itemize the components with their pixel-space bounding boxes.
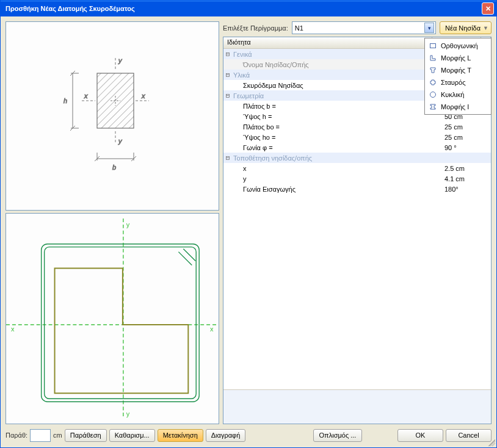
prop-y[interactable]: y4.1 cm <box>223 173 491 184</box>
prop-insert-angle[interactable]: Γωνία Εισαγωγής180° <box>223 184 491 194</box>
offset-input[interactable] <box>30 429 51 442</box>
right-column: Επιλέξτε Περίγραμμα: N1 ▾ Νέα Νησίδα ▼ Ο… <box>223 21 492 424</box>
delete-button[interactable]: Διαγραφή <box>206 429 246 442</box>
offset-unit: cm <box>53 432 62 439</box>
outline-select[interactable]: N1 ▾ <box>292 21 436 34</box>
dropdown-arrow-icon: ▼ <box>483 25 488 31</box>
section-preview-bottom: x x y y <box>5 213 219 424</box>
prop-width-bo[interactable]: Πλάτος bo =25 cm <box>223 121 491 132</box>
svg-text:y: y <box>126 410 130 417</box>
new-island-button[interactable]: Νέα Νησίδα ▼ <box>440 21 492 34</box>
close-icon[interactable]: ✕ <box>482 2 494 15</box>
prop-x[interactable]: x2.5 cm <box>223 163 491 173</box>
group-placement[interactable]: ⊟Τοποθέτηση νησίδας/οπής <box>223 153 491 163</box>
svg-rect-31 <box>45 247 197 399</box>
svg-text:y: y <box>118 57 123 64</box>
bottom-toolbar: Παράθ: cm Παράθεση Καθαρισμ... Μετακίνησ… <box>5 428 492 443</box>
menu-item-l-shape[interactable]: Μορφής L <box>426 52 490 64</box>
l-shape-icon <box>429 54 437 62</box>
svg-text:b: b <box>112 164 116 171</box>
collapse-icon[interactable]: ⊟ <box>223 154 232 162</box>
cross-icon <box>429 78 437 87</box>
svg-text:h: h <box>63 97 67 104</box>
menu-item-t-shape[interactable]: Μορφής T <box>426 64 490 76</box>
menu-item-i-shape[interactable]: Μορφής I <box>426 101 490 113</box>
outline-select-value: N1 <box>295 24 424 32</box>
content-area: y y x x h <box>1 16 496 447</box>
rect-icon <box>429 42 437 50</box>
svg-rect-34 <box>430 44 436 48</box>
circle-icon <box>429 90 437 99</box>
header-property: Ιδιότητα <box>223 37 432 48</box>
collapse-icon[interactable]: ⊟ <box>223 50 232 58</box>
i-shape-icon <box>429 103 437 111</box>
svg-text:x: x <box>210 325 214 333</box>
rebar-button[interactable]: Οπλισμός ... <box>313 429 362 442</box>
svg-point-35 <box>430 92 436 98</box>
svg-text:y: y <box>118 137 123 145</box>
prop-height-ho[interactable]: Ύψος ho =25 cm <box>223 132 491 142</box>
ok-button[interactable]: OK <box>397 429 443 442</box>
cancel-button[interactable]: Cancel <box>446 429 492 442</box>
svg-text:x: x <box>84 92 88 99</box>
svg-line-33 <box>183 249 195 261</box>
new-island-label: Νέα Νησίδα <box>445 24 481 32</box>
rectangle-shape-diagram: y y x x h <box>45 46 180 186</box>
section-plan-svg: x x y y <box>6 214 219 424</box>
shape-preview-top: y y x x h <box>5 21 219 211</box>
titlebar: Προσθήκη Νέας Διατομής Σκυροδέματος ✕ <box>1 1 496 16</box>
menu-item-circular[interactable]: Κυκλική <box>426 89 490 101</box>
collapse-icon[interactable]: ⊟ <box>223 71 232 79</box>
clear-button[interactable]: Καθαρισμ... <box>109 429 155 442</box>
svg-text:y: y <box>126 221 130 228</box>
svg-text:x: x <box>11 325 15 333</box>
left-column: y y x x h <box>5 21 219 424</box>
dialog-window: Προσθήκη Νέας Διατομής Σκυροδέματος ✕ <box>0 0 497 448</box>
chevron-down-icon: ▾ <box>424 23 434 33</box>
collapse-icon[interactable]: ⊟ <box>223 92 232 99</box>
svg-line-32 <box>178 252 192 266</box>
offset-label: Παράθ: <box>5 432 27 439</box>
move-button[interactable]: Μετακίνηση <box>158 429 203 442</box>
resize-grip-icon[interactable] <box>487 438 495 446</box>
window-title: Προσθήκη Νέας Διατομής Σκυροδέματος <box>5 5 482 12</box>
shape-dropdown-menu: Ορθογωνική Μορφής L Μορφής T Σταυρός <box>424 38 492 115</box>
outline-select-label: Επιλέξτε Περίγραμμα: <box>223 24 288 32</box>
prop-angle-phi[interactable]: Γωνία φ =90 ° <box>223 142 491 153</box>
property-description-area <box>223 389 491 424</box>
menu-item-cross[interactable]: Σταυρός <box>426 76 490 89</box>
svg-text:x: x <box>141 92 145 99</box>
tile-button[interactable]: Παράθεση <box>65 429 107 442</box>
menu-item-rectangular[interactable]: Ορθογωνική <box>426 40 490 52</box>
t-shape-icon <box>429 66 437 74</box>
